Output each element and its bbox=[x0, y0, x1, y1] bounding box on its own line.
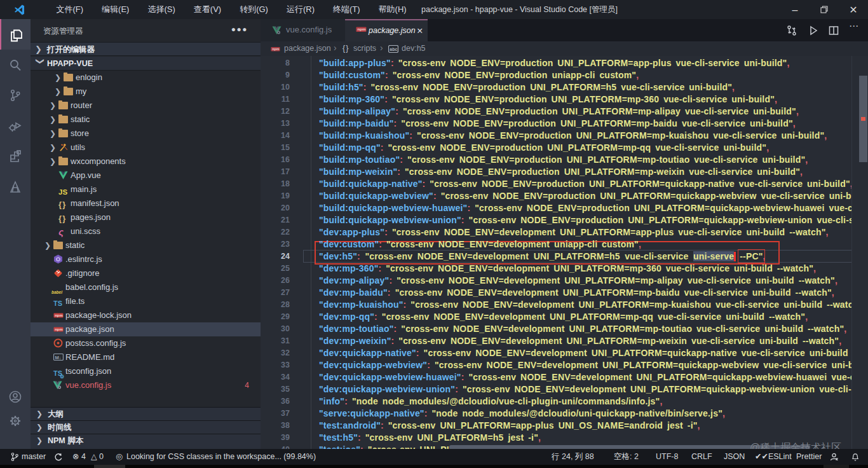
svg-text:npm: npm bbox=[272, 47, 280, 51]
svg-text:npm: npm bbox=[357, 27, 366, 31]
svg-text:abc: abc bbox=[390, 47, 397, 52]
svg-text:npm: npm bbox=[55, 313, 63, 317]
svg-text:npm: npm bbox=[55, 327, 63, 331]
svg-text:M↓: M↓ bbox=[55, 355, 62, 361]
